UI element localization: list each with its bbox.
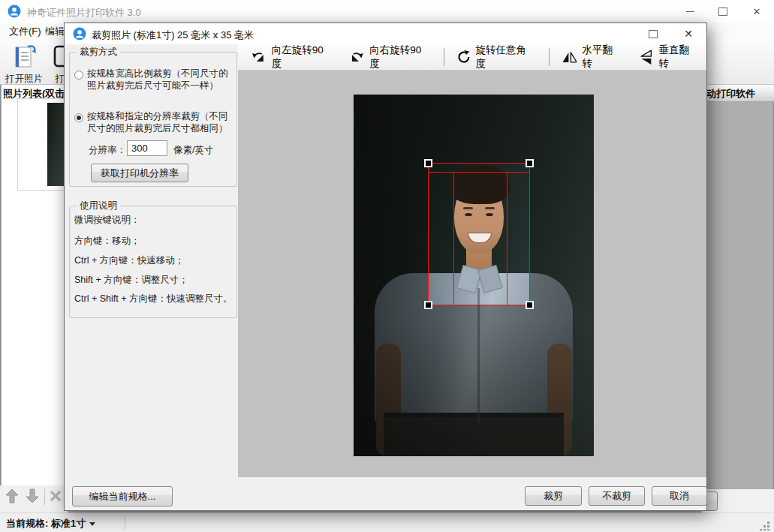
status-bar: 当前规格: 标准1寸 <box>0 512 774 532</box>
flip-vertical-label: 垂直翻转 <box>659 44 699 71</box>
resolution-unit-label: 像素/英寸 <box>173 144 213 156</box>
crop-handle-bottom-right[interactable] <box>526 301 534 309</box>
main-window-title: 神奇证件照片打印软件 3.0 <box>27 6 342 20</box>
crop-handle-top-left[interactable] <box>424 159 432 167</box>
divider <box>125 516 125 530</box>
resolution-label: 分辨率： <box>89 144 126 156</box>
help-group: 使用说明 微调按键说明： 方向键：移动； Ctrl + 方向键：快速移动； Sh… <box>69 206 237 318</box>
delete-photo-button[interactable] <box>48 488 65 506</box>
dialog-close-button[interactable]: ✕ <box>671 23 706 44</box>
current-spec-dropdown[interactable]: 当前规格: 标准1寸 <box>6 517 95 530</box>
maximize-button[interactable] <box>706 0 739 23</box>
rotate-any-label: 旋转任意角度 <box>476 44 536 71</box>
edit-spec-button[interactable]: 编辑当前规格... <box>72 486 173 506</box>
crop-guide-right <box>507 172 507 305</box>
rotate-right-icon <box>349 51 364 63</box>
open-photo-label: 打开照片 <box>5 73 43 86</box>
rotate-any-icon <box>457 50 471 64</box>
crop-guide-left <box>453 172 454 305</box>
minimize-button[interactable] <box>673 0 706 23</box>
crop-mode-group: 裁剪方式 按规格宽高比例裁剪（不同尺寸的照片裁剪完后尺寸可能不一样） 按规格和指… <box>69 52 237 187</box>
rotate-right-label: 向右旋转90度 <box>369 44 431 71</box>
radio-selected-icon <box>74 113 83 122</box>
rotate-toolbar: 向左旋转90度 向右旋转90度 旋转任意角度 水平翻转 垂直翻转 <box>238 44 706 71</box>
maximize-icon <box>649 30 658 38</box>
maximize-icon <box>718 8 727 16</box>
resize-grip-icon <box>760 521 770 530</box>
photo-thumbnail[interactable] <box>18 99 66 190</box>
crop-mode-group-title: 裁剪方式 <box>77 46 120 59</box>
flip-vertical-button[interactable]: 垂直翻转 <box>631 47 706 68</box>
crop-option-resolution-label: 按规格和指定的分辨率裁剪（不同尺寸的照片裁剪完后尺寸都相同） <box>87 110 233 134</box>
help-group-title: 使用说明 <box>77 200 120 212</box>
right-panel-header-label: 自动打印软件 <box>697 87 772 101</box>
help-line: 微调按键说明： <box>74 214 235 226</box>
open-photo-button[interactable]: 打开照片 <box>2 44 47 83</box>
radio-unselected-icon <box>74 71 83 80</box>
flip-horizontal-button[interactable]: 水平翻转 <box>555 47 630 68</box>
delete-x-icon <box>48 488 63 504</box>
app-window: 神奇证件照片打印软件 3.0 ✕ 文件(F) 编辑 打开照片 打开 自动打印软件… <box>0 0 774 532</box>
open-photo-icon <box>11 44 37 71</box>
dialog-maximize-button[interactable] <box>637 23 670 44</box>
crop-handle-bottom-left[interactable] <box>424 301 432 309</box>
move-up-button[interactable] <box>5 488 21 506</box>
dialog-titlebar: 裁剪照片 (标准1寸) 25 毫米 x 35 毫米 ✕ <box>65 23 706 44</box>
dialog-title: 裁剪照片 (标准1寸) 25 毫米 x 35 毫米 <box>92 29 497 42</box>
rotate-left-button[interactable]: 向左旋转90度 <box>244 47 340 68</box>
crop-button[interactable]: 裁剪 <box>525 486 582 506</box>
arrow-up-icon <box>5 488 20 504</box>
dialog-logo-icon <box>73 27 86 44</box>
rotate-any-angle-button[interactable]: 旋转任意角度 <box>450 47 544 68</box>
crop-dialog: 裁剪照片 (标准1寸) 25 毫米 x 35 毫米 ✕ 裁剪方式 按规格宽高比例… <box>64 23 707 511</box>
rotate-right-button[interactable]: 向右旋转90度 <box>342 47 438 68</box>
help-line: Ctrl + Shift + 方向键：快速调整尺寸。 <box>74 293 235 305</box>
flip-horizontal-icon <box>562 52 577 63</box>
minimize-icon <box>686 11 694 12</box>
help-line: Ctrl + 方向键：快速移动； <box>74 254 235 266</box>
crop-rectangle[interactable] <box>428 163 530 305</box>
right-bottom-bar <box>702 489 774 512</box>
divider <box>444 48 444 66</box>
cancel-button[interactable]: 取消 <box>652 486 707 506</box>
rotate-left-label: 向左旋转90度 <box>272 44 333 71</box>
current-spec-label: 当前规格: 标准1寸 <box>6 517 86 530</box>
help-line: Shift + 方向键：调整尺寸； <box>74 274 235 286</box>
crop-handle-top-right[interactable] <box>526 159 534 167</box>
resolution-input[interactable]: 300 <box>127 140 167 156</box>
flip-horizontal-label: 水平翻转 <box>582 44 622 71</box>
crop-option-ratio-label: 按规格宽高比例裁剪（不同尺寸的照片裁剪完后尺寸可能不一样） <box>87 68 233 92</box>
arrow-down-icon <box>25 488 40 504</box>
close-button[interactable]: ✕ <box>739 0 774 23</box>
chevron-down-icon <box>89 522 95 526</box>
help-line: 方向键：移动； <box>74 235 235 247</box>
list-actions-bar <box>0 485 68 512</box>
no-crop-button[interactable]: 不裁剪 <box>589 486 645 506</box>
divider <box>549 48 550 66</box>
crop-guide-top <box>429 172 529 173</box>
divider <box>44 488 45 505</box>
rotate-left-icon <box>251 51 267 63</box>
preview-area <box>238 71 706 477</box>
photo-list-panel: 照片列表(双击 <box>2 85 66 485</box>
app-logo-icon <box>8 5 21 21</box>
move-down-button[interactable] <box>25 488 41 506</box>
get-printer-resolution-button[interactable]: 获取打印机分辨率 <box>91 164 188 182</box>
main-titlebar: 神奇证件照片打印软件 3.0 ✕ <box>0 0 774 23</box>
photo-image <box>354 95 594 456</box>
flip-vertical-icon <box>640 50 652 65</box>
